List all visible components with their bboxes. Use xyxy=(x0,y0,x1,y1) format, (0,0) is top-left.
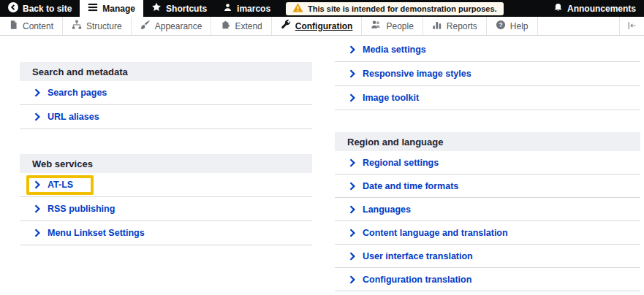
help-icon: ? xyxy=(496,20,506,32)
menu-item-appearance[interactable]: Appearance xyxy=(132,17,212,35)
config-link-row-image-toolkit[interactable]: Image toolkit xyxy=(335,86,640,110)
config-link-row-responsive-image-styles[interactable]: Responsive image styles xyxy=(335,62,640,86)
announcements-button[interactable]: Announcements xyxy=(545,0,644,17)
back-icon xyxy=(8,2,18,15)
config-link[interactable]: Languages xyxy=(363,204,411,215)
menu-item-help[interactable]: ? Help xyxy=(487,17,538,35)
menu-label: Help xyxy=(510,21,529,31)
chevron-right-icon xyxy=(349,93,355,102)
chevron-right-icon xyxy=(349,69,355,78)
config-link[interactable]: Image toolkit xyxy=(363,93,419,103)
section-header-web-services: Web services xyxy=(20,154,312,173)
menu-item-configuration[interactable]: Configuration xyxy=(272,17,363,35)
brush-icon xyxy=(140,20,151,32)
config-link[interactable]: Media settings xyxy=(363,45,426,55)
chevron-right-icon xyxy=(34,204,40,213)
config-link-row-at-ls[interactable]: AT-LS xyxy=(20,173,312,197)
file-icon xyxy=(9,20,18,32)
section-region-and-language: Region and language Regional settings Da… xyxy=(335,132,640,291)
chevron-right-icon xyxy=(349,252,355,261)
menu-label: Reports xyxy=(447,21,477,31)
config-column-right: Media settings Responsive image styles I… xyxy=(335,38,640,291)
chevron-right-icon xyxy=(34,229,40,237)
config-link[interactable]: Responsive image styles xyxy=(363,69,471,79)
config-link[interactable]: AT-LS xyxy=(48,180,73,190)
config-link-row-url-aliases[interactable]: URL aliases xyxy=(20,105,312,129)
puzzle-icon xyxy=(220,20,230,32)
bar-chart-icon xyxy=(432,20,442,32)
svg-text:?: ? xyxy=(499,21,502,28)
manage-tab[interactable]: Manage xyxy=(80,0,143,17)
collapse-left-icon xyxy=(627,20,637,33)
config-link-row-date-and-time-formats[interactable]: Date and time formats xyxy=(335,175,640,198)
menu-item-structure[interactable]: Structure xyxy=(63,17,132,35)
config-link[interactable]: Menu Linkset Settings xyxy=(48,228,145,238)
highlight-box: AT-LS xyxy=(26,175,94,195)
toolbar-orientation-toggle[interactable] xyxy=(619,17,644,35)
menu-item-people[interactable]: People xyxy=(362,17,423,35)
demo-warning-text: This site is intended for demonstration … xyxy=(308,4,497,13)
menu-label: Content xyxy=(23,21,53,31)
config-link[interactable]: User interface translation xyxy=(363,251,473,261)
bell-icon xyxy=(553,3,563,15)
menu-label: Extend xyxy=(235,21,262,31)
section-header-region-and-language: Region and language xyxy=(335,132,640,151)
config-link-row-user-interface-translation[interactable]: User interface translation xyxy=(335,245,640,268)
menu-label: Configuration xyxy=(295,21,353,31)
config-link-row-menu-linkset-settings[interactable]: Menu Linkset Settings xyxy=(20,221,312,245)
section-media-partial: Media settings Responsive image styles I… xyxy=(335,38,640,110)
star-icon xyxy=(151,2,162,15)
config-link[interactable]: Date and time formats xyxy=(363,181,458,191)
section-header-search-and-metadata: Search and metadata xyxy=(20,62,312,81)
warning-icon xyxy=(292,3,303,14)
chevron-right-icon xyxy=(349,45,355,54)
hamburger-menu-icon xyxy=(88,2,98,15)
config-link-row-languages[interactable]: Languages xyxy=(335,198,640,221)
menu-item-content[interactable]: Content xyxy=(0,17,63,35)
menu-label: Structure xyxy=(86,21,122,31)
config-link[interactable]: URL aliases xyxy=(48,112,99,122)
config-link[interactable]: Search pages xyxy=(48,88,107,98)
config-link-row-configuration-translation[interactable]: Configuration translation xyxy=(335,268,640,291)
back-to-site-button[interactable]: Back to site xyxy=(0,0,80,17)
menu-label: People xyxy=(386,21,413,31)
config-link-row-regional-settings[interactable]: Regional settings xyxy=(335,151,640,175)
demo-warning-badge: This site is intended for demonstration … xyxy=(286,2,504,15)
user-icon xyxy=(223,3,232,15)
config-column-left: Search and metadata Search pages URL ali… xyxy=(20,62,312,245)
chevron-right-icon xyxy=(349,205,355,214)
menu-item-extend[interactable]: Extend xyxy=(211,17,271,35)
chevron-right-icon xyxy=(349,275,355,284)
shortcuts-tab[interactable]: Shortcuts xyxy=(143,0,215,17)
config-link-row-rss-publishing[interactable]: RSS publishing xyxy=(20,197,312,221)
chevron-right-icon xyxy=(349,182,355,191)
chevron-right-icon xyxy=(349,229,355,237)
menu-label: Appearance xyxy=(155,21,202,31)
people-icon xyxy=(371,20,382,32)
wrench-icon xyxy=(281,20,291,32)
chevron-right-icon xyxy=(34,112,40,121)
chevron-right-icon xyxy=(34,180,40,189)
config-link[interactable]: RSS publishing xyxy=(48,204,115,214)
config-link-row-content-language-and-translation[interactable]: Content language and translation xyxy=(335,221,640,245)
sitemap-icon xyxy=(72,20,82,32)
config-link-row-media-settings[interactable]: Media settings xyxy=(335,38,640,62)
menu-item-reports[interactable]: Reports xyxy=(423,17,487,35)
admin-menu-bar: Content Structure Appearance Extend Conf… xyxy=(0,17,644,36)
chevron-right-icon xyxy=(349,158,355,167)
toolbar-spacer xyxy=(504,0,545,17)
config-link[interactable]: Content language and translation xyxy=(363,228,508,238)
username-label: imarcos xyxy=(237,4,270,14)
config-link[interactable]: Regional settings xyxy=(363,158,439,168)
manage-label: Manage xyxy=(102,4,135,14)
menu-bar-spacer xyxy=(538,17,619,35)
announcements-label: Announcements xyxy=(567,4,636,14)
shortcuts-label: Shortcuts xyxy=(166,4,207,14)
configuration-page: Search and metadata Search pages URL ali… xyxy=(0,36,644,295)
config-link-row-search-pages[interactable]: Search pages xyxy=(20,81,312,105)
user-menu[interactable]: imarcos xyxy=(215,0,279,17)
config-link[interactable]: Configuration translation xyxy=(363,275,471,285)
chevron-right-icon xyxy=(34,88,40,97)
back-to-site-label: Back to site xyxy=(23,4,72,14)
admin-toolbar: Back to site Manage Shortcuts imarcos Th… xyxy=(0,0,644,17)
